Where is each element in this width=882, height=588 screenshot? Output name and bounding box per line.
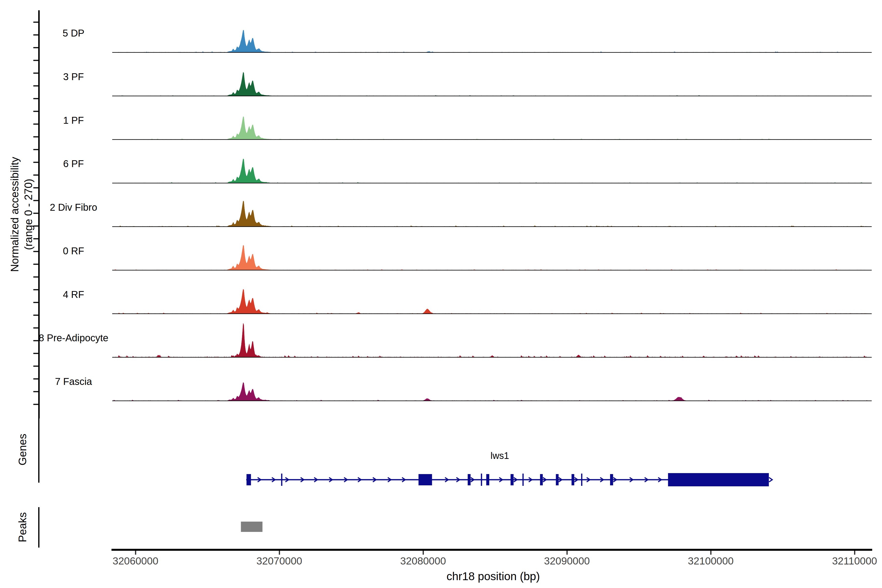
coverage-plot-figure: Normalized accessibility (range 0 - 270)… [0,0,882,588]
gene-exon [511,474,513,485]
y-axis-tick [33,72,38,74]
coverage-area-3-pf [112,72,867,96]
y-axis-tick [33,47,38,48]
gene-exon [486,474,489,485]
y-axis-tick [33,366,38,367]
y-axis-tick [33,302,38,303]
x-axis-tick [710,551,711,555]
coverage-area-6-pf [112,159,867,183]
x-tick-label: 32110000 [832,555,877,567]
gene-exon [418,474,432,485]
y-axis-tick [33,315,38,316]
y-axis-tick [33,123,38,125]
track-label-6-pf: 6 PF [63,158,84,169]
y-axis-tick [33,391,38,392]
coverage-area-2-div-fibro [112,201,867,226]
gene-exon [246,474,251,485]
y-axis-title-line2: (range 0 - 270) [21,157,35,272]
x-axis-line [111,549,872,551]
gene-utr-box [668,473,769,486]
gene-thin-exon [481,474,482,486]
track-label-8-pre-adipocyte: 8 Pre-Adipocyte [39,333,108,344]
gene-exon [610,474,613,485]
x-tick-label: 32060000 [113,555,159,567]
y-axis-title-line1: Normalized accessibility [8,157,21,272]
y-axis-tick [33,289,38,290]
genes-axis [38,417,39,483]
track-label-2-div-fibro: 2 Div Fibro [50,202,97,213]
genes-track-label: Genes [16,434,29,465]
y-axis-tick [33,327,38,328]
x-axis-tick [854,551,855,555]
coverage-area-1-pf [112,117,867,140]
x-tick-label: 32100000 [688,555,734,567]
plot-canvas [0,0,882,588]
coverage-area-8-pre-adipocyte [112,323,867,357]
y-axis-tick [33,404,38,405]
y-axis-tick [33,85,38,87]
track-label-5-dp: 5 DP [63,28,84,39]
gene-exon [572,474,574,485]
track-label-0-rf: 0 RF [63,245,84,256]
peaks-axis [38,507,39,548]
coverage-area-7-fascia [112,382,867,401]
gene-thin-exon [581,474,582,486]
coverage-area-5-dp [112,30,867,52]
peak-region-box [241,522,262,532]
y-axis-tick [33,136,38,138]
peaks-track-label: Peaks [16,512,29,542]
x-axis-tick [423,551,424,555]
x-tick-label: 32070000 [256,555,302,567]
coverage-area-0-rf [112,245,867,270]
track-label-7-fascia: 7 Fascia [55,376,92,387]
track-label-1-pf: 1 PF [63,115,84,126]
track-label-3-pf: 3 PF [63,71,84,82]
track-label-4-rf: 4 RF [63,289,84,300]
coverage-area-4-rf [112,289,867,314]
x-axis-tick [279,551,280,555]
gene-thin-exon [281,474,282,486]
y-axis-tick [33,340,38,341]
y-axis-tick [33,34,38,36]
gene-exon [556,474,559,485]
y-axis-title: Normalized accessibility (range 0 - 270) [8,157,35,272]
y-axis-tick [33,111,38,112]
strand-arrow-icon [769,477,772,482]
gene-name-label: lws1 [490,450,509,461]
y-axis-tick [33,21,38,23]
x-tick-label: 32080000 [400,555,446,567]
x-axis-tick [135,551,136,555]
y-axis-tick [33,149,38,150]
accessibility-y-axis [38,10,40,418]
gene-thin-exon [522,474,524,486]
y-axis-tick [33,378,38,380]
y-axis-tick [33,98,38,99]
x-tick-label: 32090000 [544,555,590,567]
x-axis-tick [567,551,568,555]
y-axis-tick [33,60,38,61]
y-axis-tick [33,353,38,354]
y-axis-tick [33,276,38,278]
gene-exon [540,474,543,485]
x-axis-title: chr18 position (bp) [447,570,540,583]
gene-exon [468,474,471,485]
